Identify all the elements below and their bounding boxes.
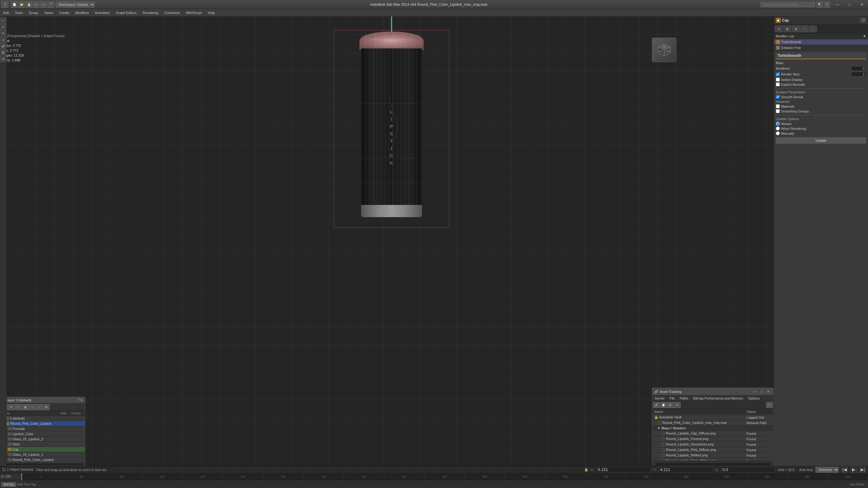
layer-vis-0[interactable]: ···	[25, 417, 35, 420]
sublayer-stick[interactable]: ▷ Stick	[0, 442, 85, 447]
search-icon[interactable]: 🔍	[816, 1, 823, 8]
asset-row-glossiness[interactable]: ⬛ Round_Lipstick_Glossiness.png Found	[652, 442, 773, 447]
next-key-btn[interactable]: ▶|	[860, 467, 866, 473]
asset-menu-bitmap[interactable]: Bitmap Performance and Memory	[691, 396, 745, 401]
layers-scrollbar[interactable]	[2, 463, 84, 465]
help-icon[interactable]: ?	[824, 1, 830, 8]
sublayer-glass-2[interactable]: ▷ Glass_Of_Lipstick_2	[0, 436, 85, 442]
asset-menu-file[interactable]: File	[667, 396, 677, 401]
asset-row-cap-diffuse[interactable]: ⬛ Round_Lipstick_Cap_Diffuse.png Found	[652, 431, 773, 436]
layer-del-btn[interactable]: 🗑	[22, 404, 29, 410]
playhead[interactable]	[21, 473, 22, 480]
minimize-btn[interactable]: —	[832, 0, 844, 9]
modifier-editablepoly[interactable]: E Editable Poly	[774, 45, 868, 51]
maximize-btn[interactable]: □	[844, 0, 856, 9]
explicit-normals-checkbox[interactable]	[776, 83, 780, 86]
asset-tool-1[interactable]: 🔗	[653, 402, 660, 408]
asset-restore-btn[interactable]: □	[758, 389, 765, 394]
asset-row-maxfile[interactable]: ⬛ Round_Pink_Color_Lipstick_max_vray.max…	[652, 420, 773, 426]
select-btn[interactable]: ⊹	[0, 18, 6, 24]
menu-tools[interactable]: Tools	[12, 10, 26, 15]
modifier-tool-2[interactable]: ⊕	[783, 26, 791, 32]
asset-menu-options[interactable]: Options	[746, 396, 762, 401]
layers-help-btn[interactable]: ?	[77, 398, 80, 402]
asset-tool-4[interactable]: ≡	[674, 402, 681, 408]
save-btn[interactable]: 💾	[26, 1, 32, 8]
asset-row-vault[interactable]: 🔒 Autodesk Vault Logged Out	[652, 415, 773, 420]
modifier-tool-4[interactable]: ↑	[801, 26, 808, 32]
prev-key-btn[interactable]: |◀	[841, 467, 848, 473]
asset-row-fresnel[interactable]: ⬛ Round_Lipstick_Fresnel.png Found	[652, 436, 773, 442]
workspace-dropdown[interactable]: Workspace: Default	[55, 2, 95, 8]
asset-row-pink-diffuse[interactable]: ⬛ Round_Lipstick_Pink_Diffuse.png Found	[652, 447, 773, 453]
iterations-input[interactable]	[851, 66, 866, 71]
sublayer-lipstick-color[interactable]: ▷ Lipstick_Color	[0, 431, 85, 436]
sublayer-pomade[interactable]: ▷ Pomade	[0, 426, 85, 431]
close-btn[interactable]: ✕	[856, 0, 868, 9]
sublayer-round-pink[interactable]: ▷ Round_Pink_Color_Lipstick	[0, 457, 85, 462]
play-btn[interactable]: ▶	[850, 467, 857, 473]
open-btn[interactable]: 📂	[18, 1, 25, 8]
layers-close-btn[interactable]: ✕	[80, 398, 83, 402]
link-btn[interactable]: 🔗	[0, 43, 6, 49]
modifier-tool-5[interactable]: ↓	[809, 26, 817, 32]
layer-new-btn[interactable]: +	[15, 404, 22, 410]
when-rendering-radio[interactable]	[776, 127, 780, 130]
smoothing-groups-checkbox[interactable]	[776, 109, 780, 113]
rotate-btn[interactable]: ↻	[0, 30, 6, 36]
timeline-scrubber[interactable]: 0 50 100 150 200 250 300 350 400 450 500…	[21, 473, 868, 480]
smooth-result-checkbox[interactable]	[776, 95, 780, 99]
hierarchy-btn[interactable]: ⊛	[0, 56, 6, 62]
layer-frz-rp[interactable]: ···	[61, 422, 76, 425]
asset-tool-2[interactable]: 📋	[660, 402, 666, 408]
layer-close-btn[interactable]: ✕	[8, 404, 14, 410]
render-btn[interactable]: 🎬	[48, 1, 54, 8]
menu-modifiers[interactable]: Modifiers	[72, 10, 92, 15]
asset-minimize-btn[interactable]: —	[751, 389, 758, 394]
menu-rendering[interactable]: Rendering	[140, 10, 161, 15]
modifier-tool-1[interactable]: ✎	[775, 26, 783, 32]
menu-animation[interactable]: Animation	[92, 10, 113, 15]
manually-radio[interactable]	[776, 131, 780, 135]
asset-menu-paths[interactable]: Paths	[677, 396, 691, 401]
layer-props-btn[interactable]: ⚙	[43, 404, 50, 410]
always-radio[interactable]	[776, 122, 780, 126]
layer-round-pink[interactable]: ▼ L Round_Pink_Color_Lipstick ··· ···	[0, 421, 85, 426]
asset-close-btn[interactable]: ✕	[765, 389, 772, 394]
layer-moveup-btn[interactable]: ↑	[29, 404, 36, 410]
redo-btn[interactable]: ↪	[40, 1, 47, 8]
new-btn[interactable]: 📄	[11, 1, 18, 8]
navigation-cube[interactable]: TOP LEFT FRONT	[652, 38, 676, 62]
search-input[interactable]	[760, 2, 815, 7]
menu-views[interactable]: Views	[41, 10, 56, 15]
coord-z-input[interactable]	[721, 467, 776, 473]
coord-y-input[interactable]	[659, 467, 713, 473]
sublayer-cap[interactable]: ▷ Cap	[0, 447, 85, 452]
isoline-checkbox[interactable]	[776, 77, 780, 82]
update-button[interactable]: Update	[776, 137, 866, 143]
pin-button[interactable]: 📌	[860, 18, 866, 23]
asset-row-reflect[interactable]: ⬛ Round_Lipstick_Reflect.png Found	[652, 453, 773, 458]
asset-tool-3[interactable]: ⊞	[667, 402, 674, 408]
unlink-btn[interactable]: ⛓	[0, 50, 6, 56]
sublayer-glass-1[interactable]: ▷ Glass_Of_Lipstick_1	[0, 452, 85, 457]
menu-create[interactable]: Create	[56, 10, 72, 15]
asset-menu-server[interactable]: Server	[652, 396, 667, 401]
menu-help[interactable]: Help	[205, 10, 218, 15]
layer-0-default[interactable]: ▶ L 0 (default) ··· ···	[0, 416, 85, 421]
menu-maxscript[interactable]: MAXScript	[183, 10, 205, 15]
coord-x-input[interactable]	[596, 467, 651, 473]
layer-vis-rp[interactable]: ···	[52, 422, 61, 425]
menu-edit[interactable]: Edit	[0, 10, 12, 15]
modifier-tool-3[interactable]: ⊗	[792, 26, 800, 32]
asset-row-maps-group[interactable]: ▼ Maps / Shaders	[652, 426, 773, 431]
set-key-btn[interactable]: Set Key	[1, 482, 16, 487]
scale-btn[interactable]: ⇲	[0, 37, 6, 43]
render-iters-checkbox[interactable]	[776, 72, 780, 76]
layer-movedown-btn[interactable]: ↓	[36, 404, 42, 410]
key-filter-dropdown[interactable]: Selected	[815, 467, 839, 473]
layer-frz-0[interactable]: ···	[35, 417, 50, 420]
asset-help-btn[interactable]: ?	[766, 402, 773, 408]
render-iters-input[interactable]	[851, 72, 866, 77]
menu-graph-editors[interactable]: Graph Editors	[113, 10, 140, 15]
